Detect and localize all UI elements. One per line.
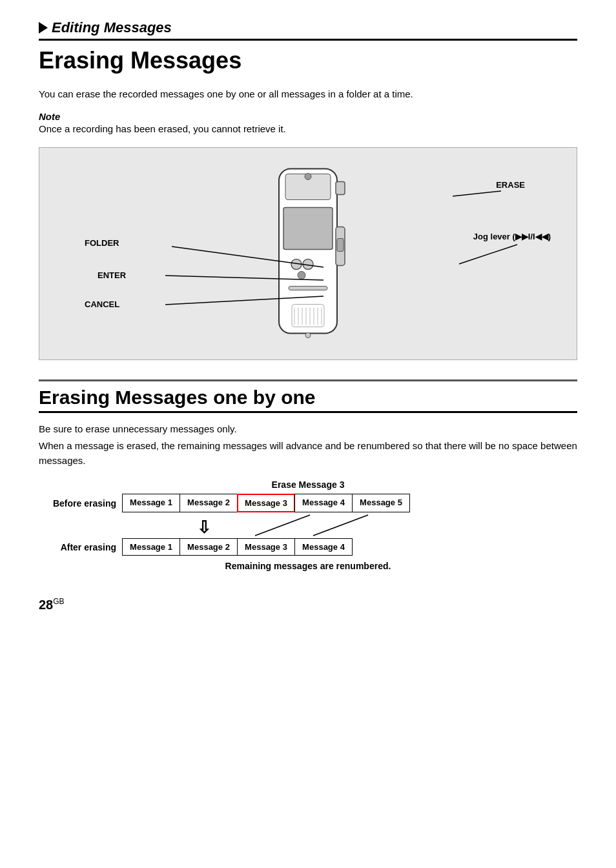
svg-rect-10 [336, 181, 345, 194]
after-cells: Message 1 Message 2 Message 3 Message 4 [123, 538, 353, 556]
page-suffix: GB [53, 597, 64, 606]
section2-para1: Be sure to erase unnecessary messages on… [39, 422, 577, 437]
svg-rect-9 [337, 238, 344, 251]
label-cancel: CANCEL [85, 299, 119, 309]
after-msg-3: Message 3 [237, 538, 295, 556]
section2-para2: When a message is erased, the remaining … [39, 439, 577, 468]
svg-point-6 [298, 271, 305, 279]
after-msg-1: Message 1 [122, 538, 180, 556]
note-text: Once a recording has been erased, you ca… [39, 123, 577, 134]
label-enter: ENTER [98, 270, 126, 280]
device-svg [243, 162, 373, 345]
before-msg-5: Message 5 [352, 494, 410, 512]
svg-line-28 [313, 515, 368, 536]
transition-arrows: ⇩ [129, 514, 426, 537]
before-msg-4: Message 4 [294, 494, 353, 512]
after-msg-4: Message 4 [294, 538, 353, 556]
svg-point-3 [305, 173, 311, 179]
before-msg-3: Message 3 [237, 494, 295, 512]
label-erase: ERASE [496, 180, 525, 190]
label-folder: FOLDER [85, 238, 119, 248]
intro-text: You can erase the recorded messages one … [39, 87, 577, 102]
after-msg-2: Message 2 [180, 538, 238, 556]
svg-text:⇩: ⇩ [197, 518, 211, 537]
before-msg-2: Message 2 [180, 494, 238, 512]
svg-line-27 [255, 515, 310, 536]
before-cells: Message 1 Message 2 Message 3 Message 4 … [123, 494, 410, 512]
page-number: 28GB [39, 597, 577, 612]
svg-line-21 [453, 191, 501, 196]
page-title: Erasing Messages [39, 47, 577, 74]
erase-diagram: Erase Message 3 Before erasing Message 1… [39, 479, 577, 571]
page-num-text: 28 [39, 598, 53, 612]
device-diagram: ERASE Jog lever (▶▶I/I◀◀) FOLDER ENTER C… [52, 161, 564, 347]
section-header-text: Editing Messages [52, 19, 172, 36]
before-msg-1: Message 1 [122, 494, 180, 512]
svg-point-4 [291, 259, 302, 269]
after-erasing-row: After erasing Message 1 Message 2 Messag… [39, 538, 577, 556]
section-header: Editing Messages [39, 19, 577, 41]
before-label: Before erasing [39, 498, 123, 509]
after-label: After erasing [39, 542, 123, 552]
note-label: Note [39, 111, 577, 122]
before-erasing-row: Before erasing Message 1 Message 2 Messa… [39, 494, 577, 512]
label-jog: Jog lever (▶▶I/I◀◀) [473, 232, 551, 241]
svg-point-20 [305, 332, 311, 338]
triangle-icon [39, 22, 48, 34]
svg-line-22 [459, 245, 517, 264]
erase-caption: Erase Message 3 [39, 479, 577, 490]
svg-point-5 [303, 259, 313, 269]
arrow-row: ⇩ [39, 514, 577, 537]
section2-title: Erasing Messages one by one [39, 387, 577, 409]
section2-header: Erasing Messages one by one [39, 379, 577, 413]
svg-rect-7 [289, 286, 327, 290]
device-diagram-box: ERASE Jog lever (▶▶I/I◀◀) FOLDER ENTER C… [39, 147, 577, 360]
erase-rows: Before erasing Message 1 Message 2 Messa… [39, 494, 577, 556]
remaining-caption: Remaining messages are renumbered. [39, 561, 577, 571]
svg-rect-2 [283, 207, 333, 249]
